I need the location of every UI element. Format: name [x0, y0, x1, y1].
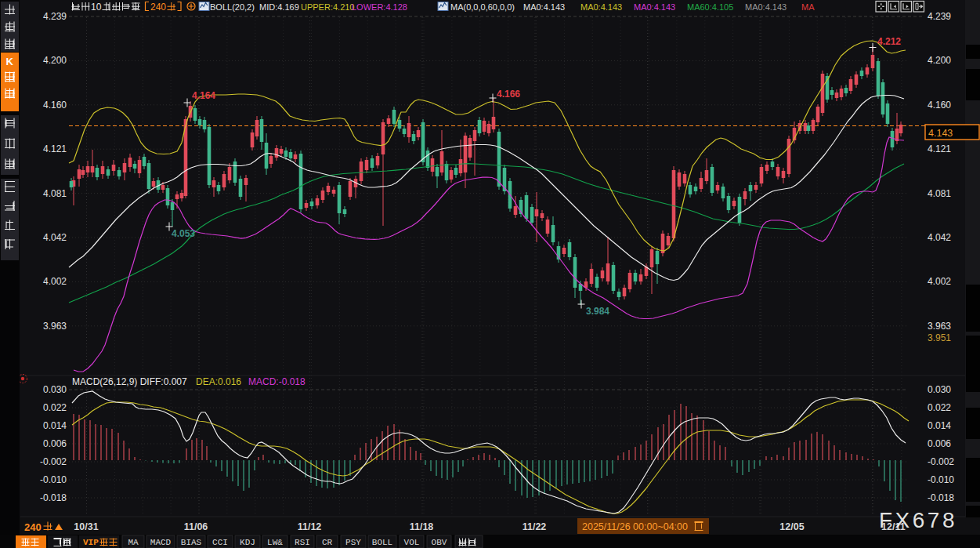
svg-text:PSY: PSY: [345, 538, 361, 547]
svg-text:-0.018: -0.018: [40, 492, 67, 503]
svg-text:3.963: 3.963: [928, 321, 951, 332]
svg-text:KDJ: KDJ: [240, 538, 255, 547]
svg-text:4.121: 4.121: [928, 143, 951, 154]
svg-text:-0.002: -0.002: [928, 456, 954, 467]
svg-text:0.022: 0.022: [928, 402, 951, 413]
svg-text:0.030: 0.030: [928, 384, 951, 395]
svg-text:4.164: 4.164: [192, 90, 215, 101]
svg-text:4.200: 4.200: [928, 55, 951, 66]
svg-text:VOL: VOL: [404, 538, 420, 547]
svg-text:CCI: CCI: [212, 538, 228, 547]
svg-text:10/31: 10/31: [74, 521, 98, 532]
svg-text:-0.010: -0.010: [40, 474, 67, 485]
svg-text:11/06: 11/06: [184, 521, 208, 532]
svg-text:3.963: 3.963: [43, 321, 67, 332]
svg-text:4.239: 4.239: [928, 11, 951, 22]
svg-text:LW&: LW&: [267, 538, 283, 547]
svg-text:LOWER:4.128: LOWER:4.128: [352, 2, 407, 12]
svg-text:MID:4.169: MID:4.169: [259, 2, 299, 12]
svg-text:240: 240: [24, 521, 42, 533]
svg-text:MA0:4.143: MA0:4.143: [523, 2, 565, 12]
svg-text:BOLL: BOLL: [372, 538, 392, 547]
svg-text:2025/11/26 00:00~04:00: 2025/11/26 00:00~04:00: [582, 521, 688, 532]
svg-text:4.143: 4.143: [928, 128, 953, 139]
svg-text:4.121: 4.121: [43, 143, 67, 154]
svg-text:4.239: 4.239: [43, 11, 67, 22]
svg-text:11/12: 11/12: [298, 521, 322, 532]
svg-text:0.006: 0.006: [928, 438, 951, 449]
svg-text:0.014: 0.014: [43, 420, 67, 431]
svg-text:K: K: [6, 56, 14, 67]
svg-text:11/18: 11/18: [410, 521, 434, 532]
svg-text:4.166: 4.166: [497, 89, 520, 100]
svg-text:12/05: 12/05: [779, 521, 804, 532]
svg-text:VIP: VIP: [83, 538, 99, 547]
svg-text:MA0:4.143: MA0:4.143: [580, 2, 622, 12]
svg-text:CR: CR: [322, 538, 333, 547]
svg-text:BIAS: BIAS: [181, 538, 202, 547]
svg-text:FX678: FX678: [879, 508, 957, 532]
svg-text:MA60:4.105: MA60:4.105: [687, 2, 733, 12]
svg-text:-0.002: -0.002: [40, 456, 67, 467]
svg-text:4.042: 4.042: [928, 232, 951, 243]
svg-text:4.002: 4.002: [928, 276, 951, 287]
svg-text:11/22: 11/22: [523, 521, 547, 532]
svg-text:-0.010: -0.010: [928, 474, 954, 485]
svg-text:MA: MA: [128, 538, 139, 547]
svg-text:MACD: MACD: [150, 538, 172, 547]
svg-text:4.081: 4.081: [43, 188, 67, 199]
svg-text:4.212: 4.212: [877, 36, 901, 47]
svg-text:UPPER:4.210: UPPER:4.210: [301, 2, 354, 12]
svg-text:4.081: 4.081: [928, 188, 951, 199]
svg-text:0.006: 0.006: [43, 438, 67, 449]
svg-text:4.002: 4.002: [43, 276, 67, 287]
svg-text:-0.018: -0.018: [928, 492, 954, 503]
svg-text:MA0:4.143: MA0:4.143: [634, 2, 675, 12]
svg-text:MACD(26,12,9) DIFF:0.007: MACD(26,12,9) DIFF:0.007: [72, 376, 187, 387]
svg-text:3.951: 3.951: [928, 332, 951, 343]
svg-text:MA0:4.143: MA0:4.143: [745, 2, 787, 12]
svg-text:OBV: OBV: [432, 538, 447, 547]
svg-text:240: 240: [150, 2, 166, 13]
svg-text:0.022: 0.022: [43, 402, 67, 413]
svg-text:4.200: 4.200: [43, 55, 67, 66]
svg-text:MA: MA: [801, 2, 815, 12]
svg-text:MACD:-0.018: MACD:-0.018: [248, 376, 306, 387]
svg-text:4.160: 4.160: [928, 100, 951, 111]
svg-text:4.042: 4.042: [43, 232, 67, 243]
svg-text:0.030: 0.030: [43, 384, 67, 395]
svg-text:3.984: 3.984: [586, 306, 609, 317]
svg-text:10: 10: [91, 2, 102, 13]
svg-text:MA(0,0,0,60,0,0): MA(0,0,0,60,0,0): [450, 2, 515, 12]
svg-text:BOLL(20,2): BOLL(20,2): [210, 2, 255, 12]
svg-text:4.160: 4.160: [43, 100, 67, 111]
svg-text:4.053: 4.053: [172, 228, 195, 239]
svg-text:0.014: 0.014: [928, 420, 951, 431]
svg-text:RSI: RSI: [295, 538, 310, 547]
svg-text:DEA:0.016: DEA:0.016: [196, 376, 241, 387]
